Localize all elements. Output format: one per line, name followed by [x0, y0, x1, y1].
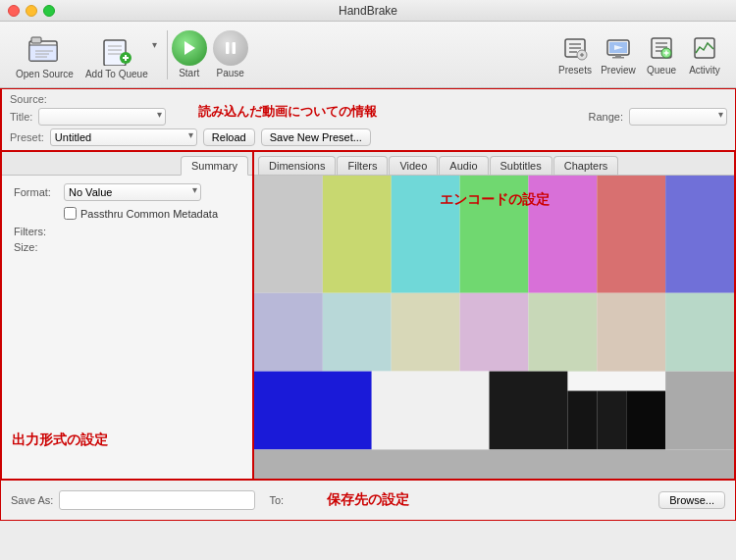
- svg-rect-36: [254, 176, 323, 293]
- filters-row: Filters:: [14, 226, 240, 237]
- svg-rect-44: [323, 293, 392, 372]
- activity-button[interactable]: Activity: [683, 30, 726, 79]
- preset-select-wrapper: Untitled: [50, 128, 197, 146]
- passthru-checkbox[interactable]: [64, 207, 77, 220]
- pause-button[interactable]: Pause: [213, 30, 248, 78]
- svg-rect-39: [460, 176, 529, 293]
- to-label: To:: [269, 494, 284, 506]
- svg-rect-45: [392, 293, 460, 372]
- left-panel: Summary Format: No Value Passthru Common…: [1, 151, 253, 480]
- encode-tabs: Dimensions Filters Video Audio Subtitles…: [254, 152, 734, 176]
- range-select-wrapper: [629, 108, 727, 126]
- svg-rect-41: [597, 176, 665, 293]
- tab-dimensions[interactable]: Dimensions: [258, 156, 336, 175]
- title-label: Title:: [10, 111, 32, 123]
- svg-rect-38: [392, 176, 460, 293]
- tab-chapters[interactable]: Chapters: [553, 156, 619, 175]
- svg-rect-50: [254, 372, 372, 450]
- open-source-icon: [26, 30, 62, 66]
- minimize-button[interactable]: [26, 5, 37, 17]
- title-row: Title: Range:: [10, 108, 727, 126]
- size-row: Size:: [14, 241, 240, 253]
- format-section: Format: No Value Passthru Common Metadat…: [2, 176, 252, 265]
- svg-rect-15: [232, 42, 236, 54]
- svg-rect-1: [29, 45, 57, 61]
- traffic-lights: [8, 5, 55, 17]
- toolbar: Open Source Add To Queue ▾: [0, 22, 736, 88]
- toolbar-separator-1: [167, 30, 168, 79]
- svg-rect-46: [460, 293, 529, 372]
- presets-icon: [561, 34, 589, 62]
- right-panel: Dimensions Filters Video Audio Subtitles…: [253, 151, 735, 480]
- title-select-wrapper: [38, 108, 166, 126]
- save-new-preset-button[interactable]: Save New Preset...: [261, 128, 371, 146]
- preset-select[interactable]: Untitled: [50, 128, 197, 146]
- open-source-button[interactable]: Open Source: [10, 26, 79, 83]
- bottom-bar: Save As: To: 保存先の設定 Browse...: [0, 480, 736, 521]
- svg-rect-49: [665, 293, 734, 372]
- bottom-annotation: 保存先の設定: [327, 491, 409, 509]
- presets-button[interactable]: Presets: [553, 30, 597, 79]
- svg-rect-54: [597, 391, 626, 450]
- filters-label: Filters:: [14, 226, 58, 237]
- svg-rect-55: [626, 391, 665, 450]
- format-row: Format: No Value: [14, 183, 240, 201]
- left-panel-annotation: 出力形式の設定: [12, 432, 108, 449]
- preview-button[interactable]: Preview: [597, 30, 640, 79]
- pause-label: Pause: [217, 68, 244, 78]
- format-label: Format:: [14, 186, 58, 198]
- range-select[interactable]: [629, 108, 727, 126]
- queue-button[interactable]: Queue: [640, 30, 683, 79]
- svg-rect-40: [528, 176, 597, 293]
- svg-rect-52: [490, 372, 568, 450]
- browse-button[interactable]: Browse...: [658, 491, 725, 509]
- svg-rect-26: [615, 55, 621, 57]
- format-select-wrapper: No Value: [64, 183, 201, 201]
- save-as-label: Save As:: [11, 494, 53, 506]
- start-button[interactable]: Start: [172, 30, 207, 78]
- main-content: Summary Format: No Value Passthru Common…: [0, 151, 736, 480]
- svg-rect-47: [528, 293, 597, 372]
- add-to-queue-button[interactable]: Add To Queue ▾: [79, 25, 163, 83]
- source-label: Source:: [10, 93, 47, 105]
- svg-rect-37: [323, 176, 392, 293]
- queue-label: Queue: [647, 65, 676, 76]
- save-as-input[interactable]: [59, 490, 255, 510]
- range-label: Range:: [589, 111, 623, 123]
- pause-icon: [213, 30, 248, 66]
- passthru-label: Passthru Common Metadata: [80, 208, 218, 220]
- preview-label: Preview: [601, 65, 636, 76]
- size-label: Size:: [14, 241, 58, 253]
- presets-label: Presets: [558, 65, 592, 76]
- format-select[interactable]: No Value: [64, 183, 201, 201]
- svg-rect-56: [665, 372, 734, 450]
- reload-button[interactable]: Reload: [203, 128, 255, 146]
- svg-rect-14: [226, 42, 230, 54]
- svg-rect-53: [567, 391, 597, 450]
- start-label: Start: [179, 68, 199, 78]
- tab-summary[interactable]: Summary: [181, 156, 248, 176]
- add-to-queue-label: Add To Queue: [85, 69, 148, 79]
- preview-icon: [605, 34, 632, 62]
- svg-rect-42: [665, 176, 734, 293]
- queue-icon: [648, 34, 675, 62]
- maximize-button[interactable]: [43, 5, 55, 17]
- close-button[interactable]: [8, 5, 20, 17]
- svg-rect-57: [254, 449, 734, 479]
- source-row: Source:: [10, 93, 727, 105]
- tab-subtitles[interactable]: Subtitles: [490, 156, 552, 175]
- preset-row: Preset: Untitled Reload Save New Preset.…: [10, 128, 727, 146]
- activity-icon: [691, 34, 718, 62]
- svg-rect-27: [612, 57, 624, 59]
- color-bars-svg: [254, 176, 734, 479]
- title-bar: HandBrake: [0, 0, 736, 22]
- tab-video[interactable]: Video: [389, 156, 438, 175]
- preset-label: Preset:: [10, 131, 44, 143]
- open-source-label: Open Source: [16, 69, 74, 79]
- title-select[interactable]: [38, 108, 166, 126]
- tab-audio[interactable]: Audio: [439, 156, 488, 175]
- passthru-row: Passthru Common Metadata: [14, 207, 240, 220]
- tab-filters[interactable]: Filters: [337, 156, 388, 175]
- preview-area: [254, 176, 734, 479]
- queue-dropdown-arrow[interactable]: ▾: [152, 39, 157, 50]
